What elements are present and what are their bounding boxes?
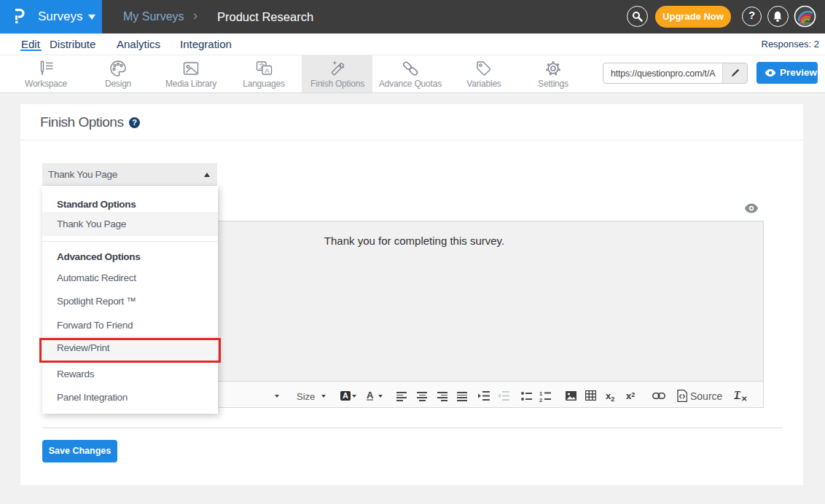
svg-text:A: A	[265, 67, 270, 74]
svg-text:2: 2	[539, 397, 542, 403]
